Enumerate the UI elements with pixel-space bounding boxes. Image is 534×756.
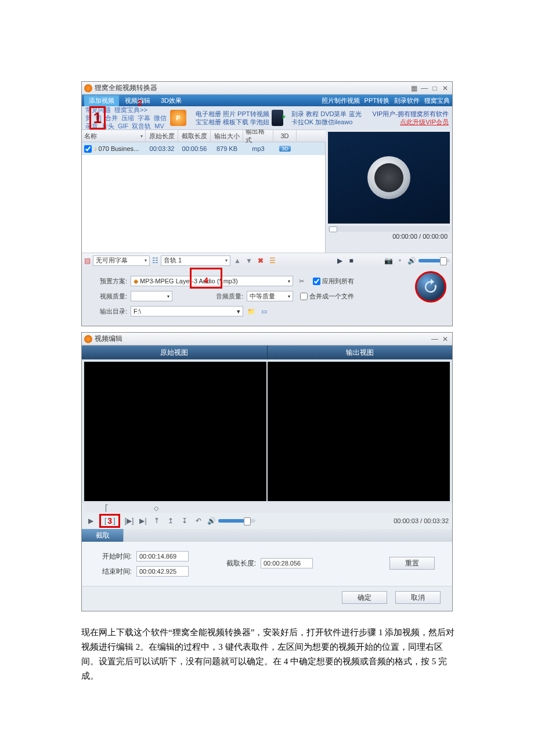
ql-compress[interactable]: 压缩 — [121, 114, 134, 122]
preset-label: 预置方案: — [95, 277, 127, 286]
link-liwo-guide[interactable]: 狸窝宝典 — [424, 96, 450, 105]
audio-quality-select[interactable]: 中等质量▾ — [247, 291, 293, 301]
goto-in-icon[interactable]: ↥ — [165, 517, 176, 525]
apply-all-label: 应用到所有 — [322, 277, 354, 286]
marker-3: [ 3 ] — [99, 514, 120, 528]
preset-value: MP3-MPEG Layer-3 Audio (*.mp3) — [140, 278, 238, 285]
mid-links-top[interactable]: 电子相册 照片 PPT转视频 — [196, 110, 269, 118]
prev-frame-icon[interactable]: ▶| — [138, 517, 148, 525]
edit-volume-slider[interactable] — [218, 519, 255, 523]
video-quality-select[interactable]: ▾ — [131, 291, 172, 301]
timeline-out-marker[interactable]: ◇ — [154, 505, 158, 512]
marker-2: 2 — [138, 98, 142, 107]
file-row-checkbox[interactable] — [84, 145, 92, 153]
outdir-field[interactable]: F:\▾ — [131, 306, 243, 316]
minimize-icon[interactable]: — — [430, 335, 439, 343]
start-time-field[interactable]: 00:00:14.869 — [136, 551, 189, 561]
audiotrack-icon: ☷ — [152, 257, 158, 265]
convert-button[interactable] — [415, 271, 446, 303]
volume-icon[interactable]: 🔊 — [407, 256, 416, 265]
preview-progress[interactable] — [328, 226, 450, 232]
tab-3d-effect[interactable]: 3D效果 — [156, 95, 186, 106]
ql-wechat[interactable]: 微信 — [154, 114, 167, 122]
output-preview — [268, 362, 450, 501]
end-time-label: 结束时间: — [99, 567, 132, 577]
tab-add-video[interactable]: 添加视频 — [84, 95, 119, 106]
end-time-field[interactable]: 00:00:42.925 — [136, 566, 189, 577]
marker-1: 1 — [89, 106, 106, 129]
preset-settings-icon[interactable]: ✂ — [297, 278, 306, 285]
snapshot-icon[interactable]: 📷 — [384, 256, 393, 265]
edit-timeline[interactable]: ⎡ ◇ — [84, 503, 450, 513]
close-icon[interactable]: ✕ — [441, 84, 450, 92]
mid2-bottom[interactable]: 卡拉OK 加微信ileawo — [291, 118, 361, 126]
reset-button[interactable]: 重置 — [389, 557, 435, 570]
col-3d[interactable]: 3D — [273, 130, 297, 142]
play-controls: ▶ [ 3 ] [▶] ▶| ⤒ ↥ ↧ ↶ 🔊 00:00:03 / 00:0… — [82, 513, 452, 529]
video-edit-window: 视频编辑 — ✕ 原始视图 输出视图 ⎡ ◇ ▶ [ 3 ] [▶] ▶| ⤒ — [81, 332, 453, 611]
converter-app-window: 狸窝全能视频转换器 ▦ — □ ✕ 添加视频 视频编辑 3D效果 照片制作视频 … — [81, 81, 453, 326]
link-photo-video[interactable]: 照片制作视频 — [322, 96, 360, 105]
link-ppt-convert[interactable]: PPT转换 — [365, 96, 389, 105]
cancel-button[interactable]: 取消 — [395, 591, 441, 604]
link-burn-software[interactable]: 刻录软件 — [394, 96, 420, 105]
goto-start-icon[interactable]: ⤒ — [151, 517, 162, 525]
ql-gif[interactable]: GIF — [118, 122, 128, 130]
mid-links-bottom[interactable]: 宝宝相册 模板下载 学泡妞 — [196, 118, 269, 126]
audiotrack-select[interactable]: 音轨 1▾ — [161, 255, 230, 266]
ql-subtitle[interactable]: 字幕 — [138, 114, 150, 122]
vip-text: VIP用户-拥有狸窝所有软件 — [373, 110, 449, 118]
apply-all-checkbox[interactable] — [313, 278, 320, 285]
preview-box — [328, 132, 450, 224]
file-row[interactable]: ♪ 070 Busines... 00:03:32 00:00:56 879 K… — [82, 142, 325, 155]
browse-folder-icon[interactable]: 📁 — [247, 307, 256, 316]
col-duration[interactable]: 原始长度 — [146, 130, 178, 142]
open-folder-icon[interactable]: ▭ — [259, 307, 269, 316]
file-name: 070 Busines... — [99, 145, 139, 152]
subtitle-select[interactable]: 无可用字幕▾ — [93, 255, 150, 266]
video-quality-label: 视频质量: — [95, 292, 127, 301]
mid2-top[interactable]: 刻录 教程 DVD菜单 蓝光 — [291, 110, 361, 118]
move-down-icon[interactable]: ▼ — [244, 256, 254, 265]
close-icon[interactable]: ✕ — [441, 335, 450, 343]
edit-titlebar[interactable]: 视频编辑 — ✕ — [82, 333, 452, 345]
minimize-icon[interactable]: — — [420, 84, 429, 92]
goto-out-icon[interactable]: ↧ — [179, 517, 190, 525]
col-cut-length[interactable]: 截取长度 — [178, 130, 211, 142]
file-list-area: ♪ 070 Busines... 00:03:32 00:00:56 879 K… — [82, 142, 326, 253]
volume-slider[interactable] — [418, 259, 450, 262]
clear-list-icon[interactable]: ☰ — [268, 256, 277, 265]
timeline-in-marker[interactable]: ⎡ — [105, 505, 109, 512]
snapshot-dd-icon[interactable]: ▾ — [395, 256, 405, 265]
label-output-view: 输出视图 — [268, 345, 453, 359]
ql-merge[interactable]: 合并 — [105, 114, 118, 122]
move-up-icon[interactable]: ▲ — [233, 256, 242, 265]
volume-icon[interactable]: 🔊 — [207, 517, 216, 525]
link-guide-more[interactable]: 狸窝宝典>> — [114, 106, 147, 114]
delete-icon[interactable]: ✖ — [256, 256, 265, 265]
secondary-toolbar: 1 2 常见问题 狸窝宝典>> 剪 切 合并 压缩 字幕 微信 — [82, 106, 452, 129]
badge-3d[interactable]: 3D — [279, 146, 291, 152]
layout-icon[interactable]: ▦ — [409, 84, 418, 92]
edit-time-readout: 00:00:03 / 00:03:32 — [394, 517, 449, 524]
col-output-format[interactable]: 输出格式 — [243, 130, 273, 142]
set-in-icon[interactable]: [▶] — [124, 517, 134, 525]
subtitle-icon: ▤ — [84, 257, 91, 265]
ql-dualaudio[interactable]: 双音轨 — [132, 122, 151, 130]
marker-4: 4 — [204, 276, 208, 285]
merge-checkbox[interactable] — [300, 293, 308, 300]
ok-button[interactable]: 确定 — [342, 591, 387, 604]
undo-icon[interactable]: ↶ — [193, 517, 204, 525]
tab-cut[interactable]: 截取 — [82, 529, 124, 542]
play-icon[interactable]: ▶ — [335, 256, 344, 265]
stop-icon[interactable]: ■ — [347, 256, 356, 265]
play-icon[interactable]: ▶ — [85, 517, 96, 525]
maximize-icon[interactable]: □ — [430, 84, 439, 92]
label-original-view: 原始视图 — [82, 345, 268, 359]
col-output-size[interactable]: 输出大小 — [211, 130, 243, 142]
titlebar[interactable]: 狸窝全能视频转换器 ▦ — □ ✕ — [82, 82, 452, 95]
ql-mv[interactable]: MV — [154, 122, 164, 130]
upgrade-link[interactable]: 点此升级VIP会员 — [373, 118, 449, 126]
merge-label: 合并成一个文件 — [309, 292, 354, 301]
file-format: mp3 — [243, 145, 273, 152]
